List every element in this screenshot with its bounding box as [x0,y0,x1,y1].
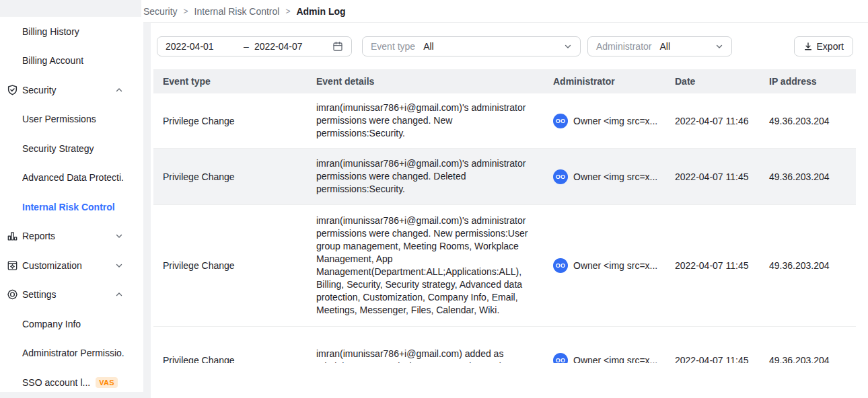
sidebar-item-security-strategy[interactable]: Security Strategy [0,134,143,163]
admin-log-table: Event type Event details Administrator D… [153,69,856,363]
date-cell: 2022-04-07 11:45 [665,171,760,182]
administrator-name: Owner <img src=x... [573,171,657,182]
sidebar-item-security[interactable]: Security [0,75,143,105]
sidebar-item-label: Internal Risk Control [22,202,115,212]
breadcrumb: Security > Internal Risk Control > Admin… [141,0,868,23]
chevron-down-icon [115,262,123,270]
table-row: Privilege Change imran(imunissar786+i@gm… [153,149,856,205]
column-header-event-details: Event details [307,76,544,87]
event-details-cell: imran(imunissar786+i@gmail.com)'s admini… [307,149,544,204]
administrator-cell: OO Owner <img src=x... [544,114,665,128]
calendar-icon [332,41,343,52]
ip-address-cell: 49.36.203.204 [760,116,856,126]
event-details-cell: imran(imunissar786+i@gmail.com)'s admini… [307,93,544,148]
date-range-picker[interactable]: 2022-04-01 – 2022-04-07 [157,36,352,56]
administrator-cell: OO Owner <img src=x... [544,258,665,273]
event-type-label: Event type [371,41,415,52]
event-type-cell: Privilege Change [153,355,307,364]
ip-address-cell: 49.36.203.204 [760,260,856,271]
ip-address-cell: 49.36.203.204 [760,355,856,364]
avatar: OO [553,258,568,273]
download-icon [803,42,813,51]
date-cell: 2022-04-07 11:45 [665,355,760,364]
date-range-separator: – [244,41,249,52]
chevron-up-icon [115,86,123,94]
event-type-value: All [423,41,556,52]
sidebar-item-administrator-permissions[interactable]: Administrator Permissio... [0,339,143,368]
breadcrumb-current-page: Admin Log [296,6,345,17]
shield-icon [7,84,18,95]
avatar: OO [553,169,568,184]
sidebar-item-advanced-data-protection[interactable]: Advanced Data Protecti... [0,163,143,193]
breadcrumb-separator-icon: > [285,7,290,16]
chevron-down-icon [115,232,123,240]
sidebar-item-company-info[interactable]: Company Info [0,309,143,339]
sidebar-item-label: Administrator Permissio... [22,348,124,358]
sidebar-item-label: Security [22,85,57,95]
event-details-cell: imran(imunissar786+i@gmail.com)'s admini… [307,206,544,325]
sidebar-item-label: Billing History [22,26,79,37]
administrator-select[interactable]: Administrator All [587,36,732,56]
event-type-select[interactable]: Event type All [362,36,581,56]
event-details-cell: imran(imunissar786+i@gmail.com) added as… [307,340,544,364]
breadcrumb-separator-icon: > [184,7,188,16]
column-header-ip-address: IP address [760,76,856,87]
filter-bar: 2022-04-01 – 2022-04-07 Event type All A… [157,36,853,56]
avatar: OO [553,353,568,364]
administrator-value: All [659,41,707,52]
table-row: Privilege Change imran(imunissar786+i@gm… [153,93,856,149]
column-header-administrator: Administrator [544,76,665,87]
sidebar-item-customization[interactable]: Customization [0,251,143,280]
sidebar-item-settings[interactable]: Settings [0,280,143,310]
administrator-cell: OO Owner <img src=x... [544,169,665,184]
bar-chart-icon [7,231,18,242]
event-type-cell: Privilege Change [153,171,307,182]
sidebar-item-label: Security Strategy [22,143,94,154]
date-end-value[interactable]: 2022-04-07 [254,41,303,52]
sidebar-item-label: Reports [22,231,55,241]
main-content: 2022-04-01 – 2022-04-07 Event type All A… [151,23,868,398]
sidebar-item-reports[interactable]: Reports [0,222,143,251]
sidebar-item-label: Customization [22,260,82,271]
table-row: Privilege Change imran(imunissar786+i@gm… [153,205,856,327]
administrator-name: Owner <img src=x... [573,116,657,126]
breadcrumb-item-internal-risk-control[interactable]: Internal Risk Control [194,6,280,17]
sidebar-item-label: SSO account l... [22,377,90,388]
ip-address-cell: 49.36.203.204 [760,171,856,182]
chevron-down-icon [564,42,572,50]
event-type-cell: Privilege Change [153,116,307,126]
sidebar: Billing History Billing Account Security… [0,17,143,392]
sidebar-item-sso-account-linking[interactable]: SSO account l... VAS [0,368,143,392]
export-button-label: Export [817,41,844,52]
sidebar-item-billing-account[interactable]: Billing Account [0,46,143,76]
customization-icon [7,260,18,271]
sidebar-item-user-permissions[interactable]: User Permissions [0,105,143,134]
administrator-label: Administrator [596,41,651,52]
export-button[interactable]: Export [794,36,853,56]
table-header: Event type Event details Administrator D… [153,69,856,93]
sidebar-item-label: User Permissions [22,114,96,124]
date-cell: 2022-04-07 11:46 [665,116,760,126]
column-header-date: Date [665,76,760,87]
chevron-up-icon [115,290,123,298]
date-start-value[interactable]: 2022-04-01 [166,41,214,52]
event-type-cell: Privilege Change [153,260,307,271]
breadcrumb-item-security[interactable]: Security [143,6,178,17]
vas-badge: VAS [96,377,118,388]
sidebar-item-label: Billing Account [22,55,83,66]
avatar: OO [553,114,568,128]
sidebar-item-label: Advanced Data Protecti... [22,172,124,183]
sidebar-item-internal-risk-control[interactable]: Internal Risk Control [0,192,143,222]
administrator-name: Owner <img src=x... [573,355,657,364]
chevron-down-icon [715,42,723,50]
gear-icon [7,289,18,301]
date-cell: 2022-04-07 11:45 [665,260,760,271]
administrator-name: Owner <img src=x... [573,260,657,271]
administrator-cell: OO Owner <img src=x... [544,353,665,364]
sidebar-item-label: Company Info [22,319,81,329]
column-header-event-type: Event type [153,76,307,87]
table-row: Privilege Change imran(imunissar786+i@gm… [153,327,856,363]
sidebar-item-label: Settings [22,289,57,300]
sidebar-item-billing-history[interactable]: Billing History [0,17,143,46]
